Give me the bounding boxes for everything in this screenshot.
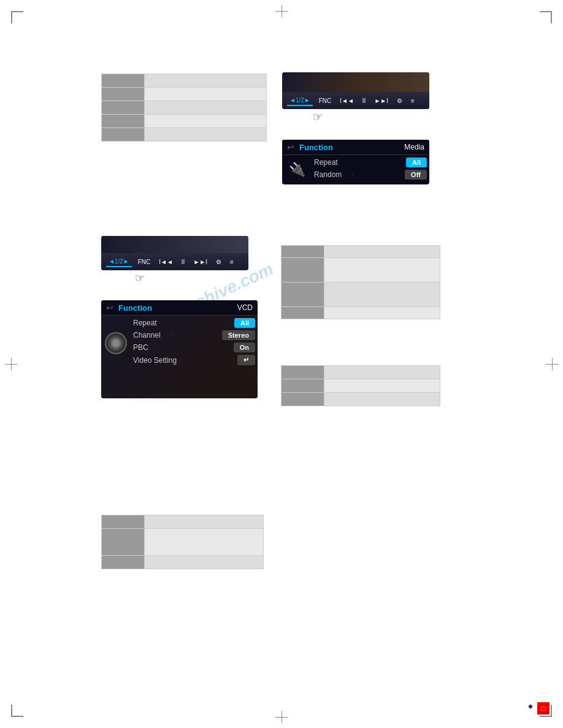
vcd-row-label-pbc: PBC [133, 343, 234, 352]
func-rows-vcd: Repeat All ◄ Channel ☞ Stereo ◄ PBC On [133, 318, 255, 368]
func-row-value-repeat[interactable]: All [406, 157, 427, 167]
table-cell-value [324, 246, 440, 258]
vcd-row-video: Video Setting ↵ [133, 355, 255, 365]
pointer-icon-random: ☞ [348, 169, 356, 181]
table-cell-value [145, 74, 267, 88]
media-btn-menu[interactable]: ≡ [408, 96, 417, 105]
disc-icon [105, 332, 127, 354]
vcd-btn-12[interactable]: ◄1/2► [106, 257, 132, 267]
media-btn-fnc[interactable]: FNC [316, 96, 334, 105]
func-body-vcd: Repeat All ◄ Channel ☞ Stereo ◄ PBC On [101, 316, 258, 370]
func-screen-media: ↩ Function Media 🔌 Repeat All Random ☞ O… [282, 140, 429, 184]
right-bottom-table-section [281, 365, 440, 406]
table-cell-key [282, 307, 324, 319]
table-row [102, 101, 267, 115]
vcd-row-pbc: PBC On —C [133, 343, 255, 352]
table-cell-key [102, 529, 145, 556]
pointer-icon-vcd: ☞ [167, 330, 175, 340]
func-row-repeat: Repeat All [314, 157, 427, 167]
table-row [282, 282, 440, 307]
vcd-row-repeat: Repeat All ◄ [133, 318, 255, 328]
table-cell-value [324, 393, 440, 406]
func-header-vcd: ↩ Function VCD [101, 300, 258, 316]
table-cell-key [282, 246, 324, 258]
func-source-vcd: VCD [237, 303, 253, 312]
media-btn-prev[interactable]: I◄◄ [337, 96, 356, 105]
table-row [102, 556, 264, 569]
table-cell-key [282, 379, 324, 393]
right-bottom-table [281, 365, 440, 406]
func-row-random: Random ☞ Off [314, 170, 427, 180]
pointer-icon-vcd-bar: ☞ [135, 271, 145, 285]
right-top-table-section [281, 245, 440, 319]
vcd-row-value-video[interactable]: ↵ [237, 355, 255, 365]
table-cell-value [145, 88, 267, 101]
table-cell-key [282, 393, 324, 406]
vcd-btn-settings[interactable]: ⚙ [213, 257, 224, 267]
table-cell-value [145, 529, 264, 556]
hand-cursor-vcd-bar: ☞ [135, 271, 248, 285]
media-btn-settings[interactable]: ⚙ [394, 96, 405, 105]
corner-mark-bl [11, 705, 23, 717]
func-menu-media-section: ↩ Function Media 🔌 Repeat All Random ☞ O… [282, 140, 429, 184]
table-cell-value [145, 556, 264, 569]
table-cell-key [102, 74, 145, 88]
vcd-btn-fnc[interactable]: FNC [136, 257, 153, 267]
vcd-btn-next[interactable]: ►►I [191, 257, 210, 267]
func-source-media: Media [404, 143, 424, 151]
table-cell-key [282, 258, 324, 282]
table-row [282, 379, 440, 393]
func-rows-media: Repeat All Random ☞ Off [314, 157, 427, 182]
func-title-vcd: Function [118, 303, 237, 313]
media-control-bar-vcd: ◄1/2► FNC I◄◄ II ►►I ⚙ ≡ [101, 253, 248, 270]
crosshair-left [5, 358, 17, 370]
func-screen-vcd: ↩ Function VCD Repeat All ◄ Channel [101, 300, 258, 398]
page-dot [529, 705, 532, 708]
crosshair-bottom [275, 711, 288, 723]
media-btn-next[interactable]: ►►I [372, 96, 391, 105]
table-row [102, 529, 264, 556]
table-cell-value [324, 366, 440, 379]
table-row [282, 258, 440, 282]
table-row [282, 246, 440, 258]
func-row-value-random[interactable]: Off [405, 170, 427, 180]
vcd-back-icon[interactable]: ↩ [106, 303, 113, 313]
vcd-btn-menu[interactable]: ≡ [228, 257, 236, 267]
media-bar-section-vcd: ◄1/2► FNC I◄◄ II ►►I ⚙ ≡ ☞ [101, 236, 248, 285]
media-control-bar-top: ◄1/2► FNC I◄◄ II ►►I ⚙ ≡ [282, 92, 429, 109]
vcd-row-label-video: Video Setting [133, 356, 237, 365]
media-btn-pause[interactable]: II [360, 96, 369, 105]
device-screen-vcd-bar: ◄1/2► FNC I◄◄ II ►►I ⚙ ≡ [101, 236, 248, 270]
vcd-row-value-repeat[interactable]: All [234, 318, 255, 328]
table-cell-key [282, 282, 324, 307]
table-cell-key [102, 128, 145, 142]
func-back-icon[interactable]: ↩ [287, 142, 294, 152]
table-cell-value [324, 258, 440, 282]
media-btn-12[interactable]: ◄1/2► [287, 96, 313, 106]
func-row-label-repeat: Repeat [314, 158, 406, 167]
func-row-label-random: Random [314, 170, 405, 179]
device-screen-top: ◄1/2► FNC I◄◄ II ►►I ⚙ ≡ [282, 72, 429, 109]
table-cell-key [102, 515, 145, 529]
table-row [282, 393, 440, 406]
vcd-row-value-channel[interactable]: Stereo [222, 330, 255, 340]
top-left-table-section [101, 74, 267, 142]
crosshair-right [546, 358, 558, 370]
vcd-row-value-pbc[interactable]: On [234, 343, 255, 352]
func-header-media: ↩ Function Media [282, 140, 429, 155]
table-cell-value [145, 101, 267, 115]
table-cell-value [145, 115, 267, 128]
table-cell-value [324, 307, 440, 319]
func-title-media: Function [299, 143, 404, 152]
table-row [102, 515, 264, 529]
screen-background [282, 72, 429, 92]
func-icon-area-vcd [104, 318, 128, 368]
table-row [282, 307, 440, 319]
vcd-bar-bg [101, 236, 248, 253]
page-number: □ [537, 702, 550, 715]
vcd-btn-prev[interactable]: I◄◄ [156, 257, 175, 267]
func-menu-vcd-section: ↩ Function VCD Repeat All ◄ Channel [101, 300, 258, 398]
top-left-table [101, 74, 267, 142]
vcd-row-label-channel: Channel [133, 331, 222, 339]
vcd-btn-pause[interactable]: II [179, 257, 188, 267]
